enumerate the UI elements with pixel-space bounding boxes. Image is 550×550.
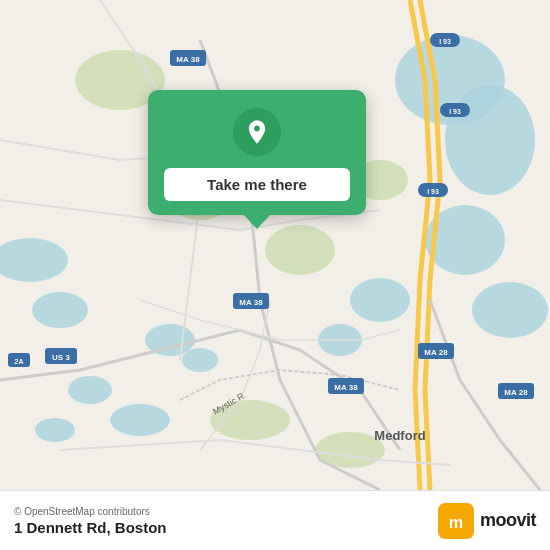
popup-card: Take me there	[148, 90, 366, 215]
svg-point-4	[110, 404, 170, 436]
svg-point-7	[182, 348, 218, 372]
take-me-there-button[interactable]: Take me there	[164, 168, 350, 201]
attribution-text: © OpenStreetMap contributors	[14, 506, 167, 517]
svg-text:I 93: I 93	[427, 188, 439, 195]
moovit-label: moovit	[480, 510, 536, 531]
svg-text:2A: 2A	[15, 358, 24, 365]
bottom-left: © OpenStreetMap contributors 1 Dennett R…	[14, 506, 167, 536]
map-container: MA 38 I 93 I 93 I 93 MA 38 MA 38 MA 28 M…	[0, 0, 550, 490]
svg-point-16	[265, 225, 335, 275]
svg-point-12	[350, 278, 410, 322]
svg-text:I 93: I 93	[449, 108, 461, 115]
location-pin-icon	[243, 118, 271, 146]
bottom-bar: © OpenStreetMap contributors 1 Dennett R…	[0, 490, 550, 550]
svg-point-3	[68, 376, 112, 404]
svg-text:m: m	[449, 513, 463, 531]
svg-point-5	[35, 418, 75, 442]
svg-point-11	[472, 282, 548, 338]
svg-point-2	[32, 292, 88, 328]
svg-text:MA 28: MA 28	[504, 388, 528, 397]
location-icon-wrap	[233, 108, 281, 156]
svg-point-9	[445, 85, 535, 195]
svg-text:Medford: Medford	[374, 428, 425, 443]
svg-text:MA 38: MA 38	[176, 55, 200, 64]
svg-text:MA 38: MA 38	[334, 383, 358, 392]
svg-text:MA 28: MA 28	[424, 348, 448, 357]
svg-text:I 93: I 93	[439, 38, 451, 45]
map-background: MA 38 I 93 I 93 I 93 MA 38 MA 38 MA 28 M…	[0, 0, 550, 490]
svg-text:US 3: US 3	[52, 353, 70, 362]
svg-text:MA 38: MA 38	[239, 298, 263, 307]
moovit-logo: m moovit	[438, 503, 536, 539]
moovit-logo-icon: m	[438, 503, 474, 539]
address-text: 1 Dennett Rd, Boston	[14, 519, 167, 536]
